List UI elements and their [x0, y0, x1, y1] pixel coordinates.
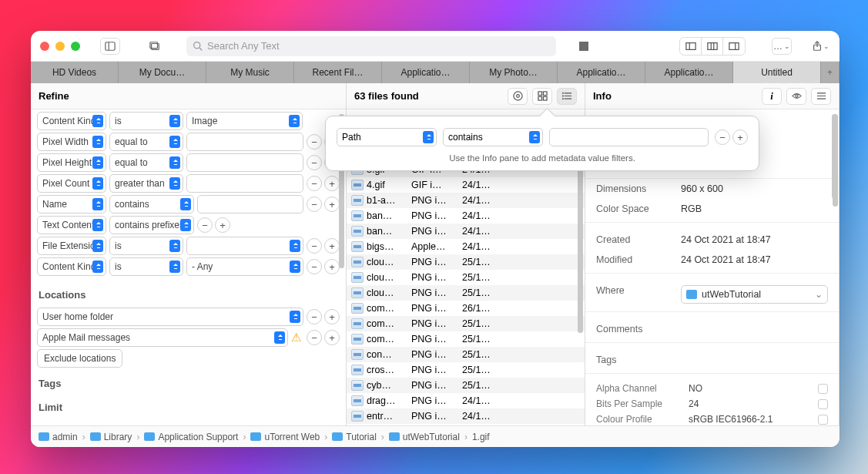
zoom-window-button[interactable]	[71, 42, 80, 51]
quicklook-button[interactable]	[786, 88, 806, 105]
result-row[interactable]: cros…PNG i…25/1…	[347, 362, 585, 378]
actions-menu-button[interactable]: …⌄	[772, 38, 792, 55]
remove-location-button[interactable]: −	[307, 309, 322, 324]
result-row[interactable]: ban…PNG i…24/1…	[347, 208, 585, 224]
sidebar-toggle-button[interactable]	[100, 38, 120, 55]
remove-criterion-button[interactable]: −	[307, 259, 322, 274]
add-criterion-button[interactable]: +	[215, 217, 230, 233]
path-crumb[interactable]: Tutorial	[332, 432, 377, 442]
criterion-op-select[interactable]: contains prefixes	[109, 216, 194, 234]
layout-center-icon[interactable]	[702, 38, 723, 55]
criterion-op-select[interactable]: contains	[109, 195, 194, 213]
tab[interactable]: Recent Fil…	[294, 62, 382, 83]
result-row[interactable]: clou…PNG i…25/1…	[347, 270, 585, 285]
path-crumb[interactable]: 1.gif	[472, 432, 490, 442]
criterion-value-input[interactable]	[186, 133, 303, 151]
criterion-attr-select[interactable]: Name	[37, 195, 106, 213]
remove-criterion-button[interactable]: −	[307, 176, 322, 191]
result-row[interactable]: entr…PNG i…24/1…	[347, 408, 585, 424]
tab[interactable]: HD Videos	[31, 62, 119, 83]
view-list-button[interactable]	[557, 88, 577, 105]
result-row[interactable]: b1-a…PNG i…24/1…	[347, 193, 585, 208]
criterion-op-select[interactable]: equal to	[109, 133, 183, 151]
popover-value-input[interactable]	[549, 128, 709, 146]
criterion-attr-select[interactable]: Text Content	[37, 216, 106, 234]
new-window-icon[interactable]	[145, 38, 165, 55]
layout-right-icon[interactable]	[723, 38, 745, 55]
tab[interactable]: My Photo…	[470, 62, 558, 83]
criterion-value-select[interactable]: Image	[186, 112, 303, 130]
add-filter-button[interactable]: +	[732, 129, 748, 145]
tab[interactable]: Applicatio…	[558, 62, 645, 83]
criterion-value-input[interactable]	[186, 153, 303, 172]
add-criterion-button[interactable]: +	[324, 176, 340, 191]
view-grid-button[interactable]	[532, 88, 552, 105]
layout-left-icon[interactable]	[680, 38, 702, 55]
criterion-op-select[interactable]: equal to	[109, 153, 183, 172]
add-location-button[interactable]: +	[324, 309, 340, 324]
scrollbar[interactable]	[578, 163, 583, 333]
path-crumb[interactable]: Application Support	[144, 432, 238, 442]
result-row[interactable]: com…PNG i…26/1…	[347, 301, 585, 316]
result-row[interactable]: drag…PNG i…24/1…	[347, 393, 585, 408]
tab[interactable]: Applicatio…	[382, 62, 470, 83]
add-criterion-button[interactable]: +	[324, 259, 340, 274]
remove-criterion-button[interactable]: −	[307, 238, 322, 254]
exclude-locations-button[interactable]: Exclude locations	[37, 349, 122, 368]
tab[interactable]: Applicatio…	[645, 62, 733, 83]
result-row[interactable]: clou…PNG i…25/1…	[347, 285, 585, 301]
close-window-button[interactable]	[40, 42, 49, 51]
result-row[interactable]: clou…PNG i…25/1…	[347, 254, 585, 270]
tab[interactable]: Untitled	[733, 62, 821, 83]
path-crumb[interactable]: Library	[90, 432, 132, 442]
popover-attr-select[interactable]: Path	[337, 128, 437, 146]
criterion-attr-select[interactable]: Pixel Width	[37, 133, 106, 151]
criterion-op-select[interactable]: is	[109, 237, 183, 255]
location-select[interactable]: User home folder	[37, 308, 303, 326]
criterion-attr-select[interactable]: Pixel Height	[37, 153, 106, 172]
criterion-attr-select[interactable]: File Extension	[37, 237, 106, 255]
share-button[interactable]: ⌄	[810, 38, 830, 55]
remove-filter-button[interactable]: −	[715, 129, 730, 145]
criterion-value-select[interactable]: - Any	[186, 257, 303, 276]
tab[interactable]: My Music	[206, 62, 294, 83]
result-row[interactable]: bigs…Apple…24/1…	[347, 239, 585, 254]
result-row[interactable]: 4.gifGIF i…24/1…	[347, 177, 585, 193]
tab[interactable]: My Docu…	[119, 62, 206, 83]
result-row[interactable]: com…PNG i…25/1…	[347, 331, 585, 347]
criterion-value-input[interactable]	[186, 174, 303, 193]
criterion-op-select[interactable]: greater than	[109, 174, 183, 193]
criterion-op-select[interactable]: is	[109, 112, 183, 130]
path-crumb[interactable]: utWebTutorial	[389, 432, 460, 442]
detail-checkbox[interactable]	[818, 415, 828, 425]
result-row[interactable]: com…PNG i…25/1…	[347, 316, 585, 331]
stop-button[interactable]	[579, 42, 588, 51]
remove-criterion-button[interactable]: −	[197, 217, 213, 233]
remove-criterion-button[interactable]: −	[307, 134, 322, 150]
location-select[interactable]: Apple Mail messages	[37, 328, 288, 347]
criterion-value-select[interactable]	[186, 237, 303, 255]
popover-op-select[interactable]: contains	[443, 128, 543, 146]
remove-location-button[interactable]: −	[307, 330, 322, 345]
minimize-window-button[interactable]	[55, 42, 65, 51]
path-crumb[interactable]: admin	[39, 432, 78, 442]
result-row[interactable]: cyb…PNG i…25/1…	[347, 378, 585, 393]
new-tab-button[interactable]: +	[821, 62, 840, 83]
result-row[interactable]: con…PNG i…25/1…	[347, 347, 585, 362]
remove-criterion-button[interactable]: −	[307, 197, 322, 212]
criterion-value-input[interactable]	[197, 195, 303, 213]
criterion-attr-select[interactable]: Pixel Count	[37, 174, 106, 193]
criterion-attr-select[interactable]: Content Kind	[37, 257, 106, 276]
filter-popover-button[interactable]	[508, 88, 528, 105]
detail-checkbox[interactable]	[818, 384, 828, 394]
result-row[interactable]: ban…PNG i…24/1…	[347, 224, 585, 239]
search-field[interactable]: Search Any Text	[186, 36, 556, 56]
info-button[interactable]: i	[762, 88, 782, 105]
layout-segmented-control[interactable]	[679, 37, 746, 55]
window-scrollbar[interactable]	[833, 114, 838, 207]
detail-checkbox[interactable]	[818, 399, 828, 409]
path-crumb[interactable]: uTorrent Web	[250, 432, 320, 442]
criterion-attr-select[interactable]: Content Kind	[37, 112, 106, 130]
add-location-button[interactable]: +	[324, 330, 340, 345]
info-menu-button[interactable]	[811, 88, 831, 105]
